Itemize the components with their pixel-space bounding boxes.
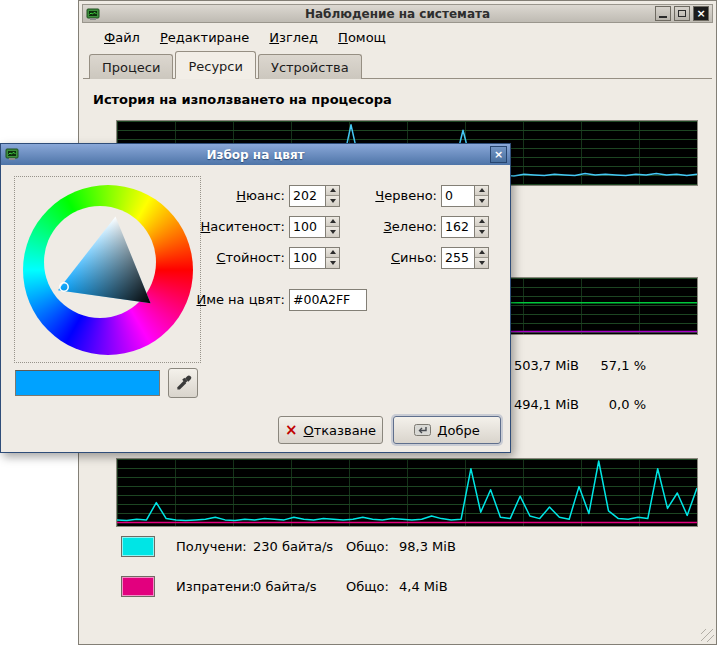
- cancel-button[interactable]: × Отказване: [278, 416, 383, 444]
- cpu-section-title: История на използването на процесора: [93, 92, 392, 107]
- ok-icon: [414, 423, 431, 437]
- color-preview: [15, 370, 160, 396]
- swap-amount: 494,1 MiB: [499, 397, 579, 412]
- hue-spin-up-button[interactable]: [326, 186, 339, 197]
- red-spinbox[interactable]: 0: [441, 185, 489, 207]
- blue-value[interactable]: 255: [442, 248, 474, 268]
- network-legend-received-row: Получени: 230 байта/s Общо: 98,3 MiB: [116, 534, 676, 560]
- hue-spin-down-button[interactable]: [326, 196, 339, 206]
- sent-color-swatch-button[interactable]: [121, 576, 155, 597]
- red-spin-down-button[interactable]: [475, 196, 488, 206]
- tab-processes[interactable]: Процеси: [89, 54, 173, 79]
- menubar: Файл Редактиране Изглед Помощ: [83, 26, 712, 48]
- saturation-label: Наситеност:: [181, 219, 289, 234]
- saturation-spinbox[interactable]: 100: [289, 216, 340, 238]
- dialog-titlebar[interactable]: Избор на цвят ×: [1, 144, 510, 165]
- memory-percent: 57,1 %: [584, 358, 646, 373]
- dialog-close-icon: ×: [494, 149, 503, 160]
- tab-resources[interactable]: Ресурси: [175, 51, 256, 79]
- network-history-chart: [116, 458, 698, 527]
- green-value[interactable]: 162: [442, 217, 474, 237]
- blue-spinbox[interactable]: 255: [441, 247, 489, 269]
- value-value[interactable]: 100: [290, 248, 325, 268]
- tabbar: Процеси Ресурси Устройства: [83, 51, 712, 79]
- sent-total-label: Общо:: [346, 578, 389, 596]
- green-spinbox[interactable]: 162: [441, 216, 489, 238]
- maximize-button[interactable]: [674, 6, 690, 21]
- menu-help[interactable]: Помощ: [329, 28, 395, 47]
- minimize-button[interactable]: [655, 6, 671, 21]
- value-label: Стойност:: [181, 250, 289, 265]
- green-spin-up-button[interactable]: [475, 217, 488, 228]
- green-spin-down-button[interactable]: [475, 227, 488, 237]
- eyedropper-button[interactable]: [168, 368, 198, 398]
- main-titlebar[interactable]: Наблюдение на системата ×: [82, 4, 713, 23]
- eyedropper-icon: [174, 374, 192, 392]
- sent-total: 4,4 MiB: [399, 578, 448, 596]
- menu-file[interactable]: Файл: [95, 28, 149, 47]
- red-label: Червено:: [356, 188, 441, 203]
- value-spinbox[interactable]: 100: [289, 247, 340, 269]
- value-spin-up-button[interactable]: [326, 248, 339, 259]
- window-title: Наблюдение на системата: [83, 7, 712, 21]
- sent-label: Изпратени:: [176, 578, 254, 596]
- close-icon: ×: [696, 8, 705, 19]
- dialog-close-button[interactable]: ×: [490, 146, 507, 163]
- blue-spin-down-button[interactable]: [475, 258, 488, 268]
- close-button[interactable]: ×: [693, 6, 709, 21]
- hue-label: Нюанс:: [181, 188, 289, 203]
- dialog-body: Нюанс: 202 Наситеност: 100 Стойност: 100: [1, 165, 510, 452]
- tab-devices[interactable]: Устройства: [258, 54, 362, 79]
- maximize-icon: [678, 10, 686, 17]
- received-color-swatch-button[interactable]: [121, 536, 155, 557]
- memory-amount: 503,7 MiB: [499, 358, 579, 373]
- saturation-value[interactable]: 100: [290, 217, 325, 237]
- cancel-button-label: Отказване: [303, 423, 376, 438]
- menu-edit[interactable]: Редактиране: [151, 28, 258, 47]
- network-legend-sent-row: Изпратени: 0 байта/s Общо: 4,4 MiB: [116, 574, 676, 600]
- received-label: Получени:: [176, 538, 247, 556]
- dialog-title: Избор на цвят: [1, 148, 510, 162]
- resize-grip[interactable]: [701, 629, 714, 642]
- color-picker-dialog: Избор на цвят ×: [0, 143, 511, 453]
- value-spin-down-button[interactable]: [326, 258, 339, 268]
- color-wheel-area: [14, 176, 201, 363]
- saturation-spin-up-button[interactable]: [326, 217, 339, 228]
- hue-value[interactable]: 202: [290, 186, 325, 206]
- hue-spinbox[interactable]: 202: [289, 185, 340, 207]
- saturation-spin-down-button[interactable]: [326, 227, 339, 237]
- red-spin-up-button[interactable]: [475, 186, 488, 197]
- red-value[interactable]: 0: [442, 186, 474, 206]
- blue-spin-up-button[interactable]: [475, 248, 488, 259]
- cancel-icon: ×: [285, 423, 298, 438]
- ok-button-label: Добре: [437, 423, 479, 438]
- screen: Наблюдение на системата × Файл Редактира…: [0, 0, 717, 647]
- green-label: Зелено:: [356, 219, 441, 234]
- color-name-label: Име на цвят:: [181, 292, 289, 307]
- received-total-label: Общо:: [346, 538, 389, 556]
- received-rate: 230 байта/s: [253, 538, 333, 556]
- ok-button[interactable]: Добре: [393, 416, 501, 444]
- menu-view[interactable]: Изглед: [260, 28, 327, 47]
- received-total: 98,3 MiB: [399, 538, 456, 556]
- blue-label: Синьо:: [356, 250, 441, 265]
- sent-rate: 0 байта/s: [253, 578, 317, 596]
- swap-percent: 0,0 %: [584, 397, 646, 412]
- minimize-icon: [659, 16, 667, 18]
- color-name-input[interactable]: [289, 289, 367, 311]
- hsv-triangle[interactable]: [23, 185, 193, 355]
